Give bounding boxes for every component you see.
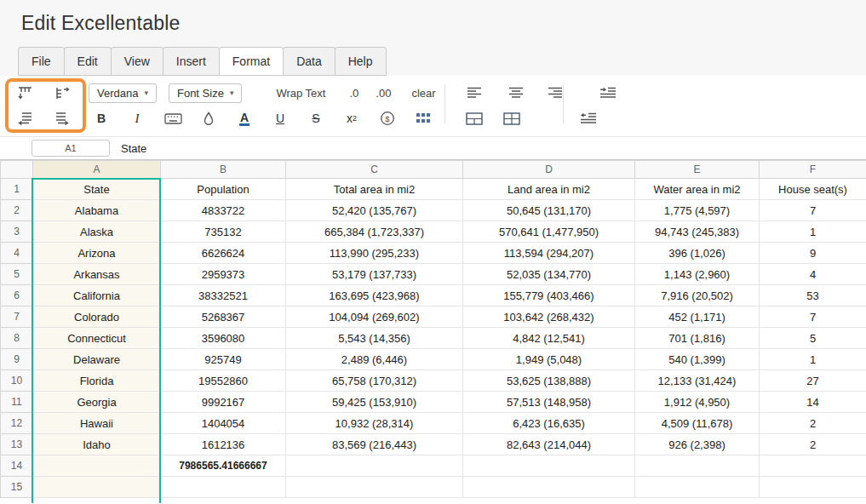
cell-D13[interactable]: 82,643 (214,044) [463,434,635,455]
cell-B5[interactable]: 2959373 [161,264,286,285]
indent-decrease-icon[interactable] [576,108,601,129]
cell-F3[interactable]: 1 [760,221,866,243]
cell-B15[interactable] [161,477,286,498]
formula-input[interactable]: State [113,137,866,159]
cell-B8[interactable]: 3596080 [161,328,286,349]
superscript-button[interactable]: x2 [339,108,364,129]
menu-tab-data[interactable]: Data [283,47,336,76]
cell-E8[interactable]: 701 (1,816) [635,328,760,349]
insert-column-after-icon[interactable] [49,108,75,129]
cell-D12[interactable]: 6,423 (16,635) [463,413,635,434]
cell-A5[interactable]: Arkansas [33,264,161,285]
cell-C10[interactable]: 65,758 (170,312) [286,370,463,392]
cell-B13[interactable]: 1612136 [161,434,286,455]
row-header-14[interactable]: 14 [1,455,33,477]
cell-D8[interactable]: 4,842 (12,541) [463,328,635,349]
cell-F11[interactable]: 14 [760,392,866,413]
indent-increase-icon[interactable] [595,83,621,103]
column-header-B[interactable]: B [161,161,286,179]
align-center-icon[interactable] [503,83,529,103]
cell-D14[interactable] [463,455,635,477]
cell-B7[interactable]: 5268367 [161,306,286,328]
cell-E3[interactable]: 94,743 (245,383) [635,221,760,243]
decimal-increase-button[interactable]: .00 [376,87,391,100]
menu-tab-view[interactable]: View [111,47,163,76]
cell-C6[interactable]: 163,695 (423,968) [286,285,463,306]
cell-C7[interactable]: 104,094 (269,602) [286,306,463,328]
menu-tab-help[interactable]: Help [335,47,387,76]
cell-A13[interactable]: Idaho [33,434,161,455]
cell-B12[interactable]: 1404054 [161,413,286,434]
menu-tab-format[interactable]: Format [219,47,284,76]
currency-format-icon[interactable]: $ [375,108,400,129]
cell-C1[interactable]: Total area in mi2 [286,179,463,200]
insert-column-before-icon[interactable] [49,83,75,103]
cell-F15[interactable] [760,477,866,498]
row-header-3[interactable]: 3 [1,221,33,243]
insert-row-before-icon[interactable] [12,83,37,103]
row-header-5[interactable]: 5 [1,264,33,285]
cell-F5[interactable]: 4 [760,264,866,285]
cell-D10[interactable]: 53,625 (138,888) [463,370,635,392]
font-color-button[interactable]: A [232,108,257,129]
insert-row-after-icon[interactable] [12,108,37,129]
cell-E1[interactable]: Water area in mi2 [635,179,760,200]
column-header-D[interactable]: D [463,161,635,179]
cell-E11[interactable]: 1,912 (4,950) [635,392,760,413]
row-header-9[interactable]: 9 [1,349,33,370]
cell-A12[interactable]: Hawaii [33,413,161,434]
cell-D9[interactable]: 1,949 (5,048) [463,349,635,370]
align-left-icon[interactable] [462,83,487,103]
cell-A10[interactable]: Florida [33,370,161,392]
select-all-corner[interactable] [1,161,33,179]
keyboard-icon[interactable] [160,108,186,129]
cell-E12[interactable]: 4,509 (11,678) [635,413,760,434]
row-header-2[interactable]: 2 [1,200,33,221]
cell-E7[interactable]: 452 (1,171) [635,306,760,328]
cell-D1[interactable]: Land area in mi2 [463,179,635,200]
cell-E5[interactable]: 1,143 (2,960) [635,264,760,285]
cell-A14[interactable] [33,455,161,477]
row-header-13[interactable]: 13 [1,434,33,455]
cell-F8[interactable]: 5 [760,328,866,349]
bold-button[interactable]: B [89,108,114,129]
cell-D4[interactable]: 113,594 (294,207) [463,243,635,264]
decimal-decrease-button[interactable]: .0 [349,87,358,100]
font-family-dropdown[interactable]: Verdana ▾ [89,83,157,103]
column-header-F[interactable]: F [760,161,866,179]
cell-F1[interactable]: House seat(s) [760,179,866,200]
cell-B6[interactable]: 38332521 [161,285,286,306]
menu-tab-insert[interactable]: Insert [163,47,220,76]
column-header-C[interactable]: C [286,161,463,179]
row-header-12[interactable]: 12 [1,413,33,434]
cell-C12[interactable]: 10,932 (28,314) [286,413,463,434]
spreadsheet-grid[interactable]: ABCDEF1StatePopulationTotal area in mi2L… [0,160,866,503]
cell-A15[interactable] [33,477,161,498]
cell-A7[interactable]: Colorado [33,306,161,328]
cell-B1[interactable]: Population [161,179,286,200]
cell-C5[interactable]: 53,179 (137,733) [286,264,463,285]
cell-F6[interactable]: 53 [760,285,866,306]
cell-B3[interactable]: 735132 [161,221,286,243]
cell-E15[interactable] [635,477,760,498]
cell-F10[interactable]: 27 [760,370,866,392]
merge-cells-icon[interactable] [462,108,487,129]
cell-E9[interactable]: 540 (1,399) [635,349,760,370]
row-header-1[interactable]: 1 [1,179,33,200]
cell-A1[interactable]: State [33,179,161,200]
fill-color-icon[interactable] [196,108,221,129]
cell-C15[interactable] [286,477,463,498]
italic-button[interactable]: I [124,108,150,129]
cell-C8[interactable]: 5,543 (14,356) [286,328,463,349]
cell-styles-grid-icon[interactable] [410,108,436,129]
cell-E2[interactable]: 1,775 (4,597) [635,200,760,221]
align-right-icon[interactable] [542,83,568,103]
row-header-7[interactable]: 7 [1,306,33,328]
menu-tab-file[interactable]: File [18,47,65,76]
font-size-dropdown[interactable]: Font Size ▾ [169,83,242,103]
cell-F14[interactable] [760,455,866,477]
cell-D11[interactable]: 57,513 (148,958) [463,392,635,413]
cell-B10[interactable]: 19552860 [161,370,286,392]
cell-E13[interactable]: 926 (2,398) [635,434,760,455]
cell-F2[interactable]: 7 [760,200,866,221]
